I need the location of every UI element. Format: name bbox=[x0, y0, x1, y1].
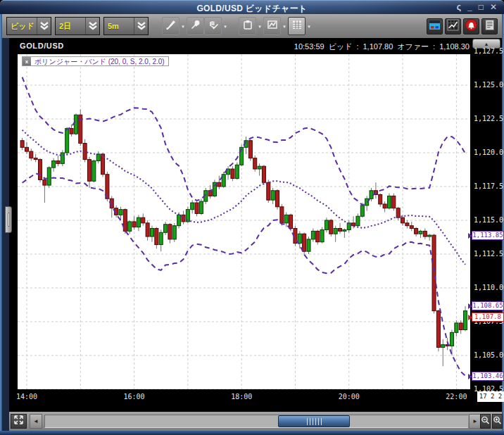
trendline-dropdown-arrow-icon[interactable]: ▾ bbox=[179, 17, 187, 35]
side-panel-handle[interactable] bbox=[5, 206, 12, 233]
candle-up bbox=[455, 323, 458, 332]
pin-annotation-button[interactable] bbox=[187, 17, 204, 35]
candle-up bbox=[128, 222, 132, 231]
candle-down bbox=[329, 220, 333, 234]
zoom-in-button[interactable] bbox=[492, 414, 503, 429]
scroll-left-button[interactable]: ◄ bbox=[30, 414, 42, 429]
grid-dropdown-arrow-icon[interactable]: ▾ bbox=[305, 17, 313, 35]
marker-arrow-icon bbox=[468, 374, 472, 379]
candle-down bbox=[25, 147, 28, 151]
candle-up bbox=[137, 218, 140, 227]
period-dropdown[interactable]: 2日 bbox=[55, 17, 100, 35]
bid-label: ビッド bbox=[329, 42, 353, 51]
app-window: GOLD/USD ビッドチャート ς _ □ ✕ ビッド 2日 5m bbox=[0, 0, 504, 435]
news-document-icon bbox=[483, 18, 496, 34]
bollinger-middle-band bbox=[23, 130, 465, 265]
chart-style-button[interactable] bbox=[263, 17, 281, 35]
zoom-out-button[interactable] bbox=[480, 414, 491, 429]
candle-up bbox=[298, 234, 301, 243]
fit-chart-button[interactable] bbox=[11, 414, 27, 429]
candle-up bbox=[356, 216, 360, 225]
chart-style-icon bbox=[267, 19, 278, 33]
candle-up bbox=[325, 220, 328, 229]
maximize-icon[interactable]: □ bbox=[479, 2, 484, 13]
y-axis-label: 1,127.50 bbox=[474, 46, 503, 56]
grid-icon bbox=[291, 19, 303, 33]
candle-down bbox=[423, 231, 427, 237]
y-axis-label: 1,110.00 bbox=[474, 283, 503, 293]
candle-up bbox=[164, 225, 168, 233]
candle-down bbox=[432, 235, 436, 311]
candle-down bbox=[339, 229, 342, 232]
scrollbar-row: ◄ ► bbox=[9, 412, 502, 431]
price-type-dropdown[interactable]: ビッド bbox=[6, 17, 51, 35]
new-chart-button[interactable] bbox=[445, 18, 461, 34]
candle-down bbox=[459, 323, 462, 330]
trendline-tool-button[interactable] bbox=[162, 17, 179, 35]
y-axis-label: 1,112.50 bbox=[474, 249, 503, 259]
erase-drawing-button[interactable] bbox=[204, 17, 222, 35]
candle-up bbox=[235, 165, 239, 178]
x-axis-label: 16:00 bbox=[119, 393, 150, 403]
candle-down bbox=[352, 223, 355, 226]
candle-down bbox=[87, 160, 91, 182]
y-axis-label: 1,125.00 bbox=[474, 80, 503, 90]
trendline-icon bbox=[165, 19, 177, 33]
candle-down bbox=[436, 311, 440, 348]
close-icon[interactable]: ✕ bbox=[490, 2, 497, 13]
candle-down bbox=[56, 161, 60, 164]
chart-style-dropdown-arrow-icon[interactable]: ▾ bbox=[281, 17, 288, 35]
pin-icon[interactable]: ς bbox=[457, 2, 461, 13]
candle-up bbox=[311, 231, 315, 239]
candle-down bbox=[392, 196, 396, 208]
candle-down bbox=[267, 182, 270, 200]
clipboard-dropdown-arrow-icon[interactable]: ▾ bbox=[256, 17, 263, 35]
chevron-down-icon bbox=[85, 18, 99, 34]
candle-down bbox=[248, 141, 252, 158]
bid-value: 1,107.80 bbox=[363, 42, 393, 51]
candle-down bbox=[146, 223, 149, 237]
candle-up bbox=[450, 332, 453, 346]
candle-up bbox=[464, 311, 467, 330]
candle-down bbox=[253, 158, 257, 169]
band-price-marker: 1,108.65 bbox=[472, 301, 504, 310]
candle-up bbox=[307, 239, 310, 251]
legend-close-icon[interactable]: x bbox=[23, 57, 31, 65]
chevron-down-icon bbox=[134, 18, 148, 34]
candle-down bbox=[405, 223, 409, 226]
side-panel-handle-slot bbox=[8, 213, 10, 227]
band-price-marker: 1,103.46 bbox=[472, 372, 504, 381]
candle-up bbox=[92, 161, 96, 182]
rate-panel-button[interactable] bbox=[427, 18, 443, 34]
candle-down bbox=[141, 218, 145, 223]
marker-arrow-icon bbox=[468, 303, 472, 309]
price-plot[interactable]: x ボリンジャー・バンド (20, 0, S, 2.0, 2.0) bbox=[18, 54, 470, 389]
marker-arrow-icon bbox=[468, 233, 472, 239]
window-frame-bottom bbox=[0, 431, 504, 435]
clipboard-button[interactable] bbox=[239, 17, 256, 35]
minimize-icon[interactable]: _ bbox=[467, 2, 472, 13]
bollinger-lower-band bbox=[23, 173, 465, 375]
price-type-label: ビッド bbox=[7, 18, 37, 34]
scrollbar-track[interactable] bbox=[44, 415, 468, 428]
candle-down bbox=[415, 229, 418, 234]
candle-down bbox=[155, 229, 158, 245]
candle-up bbox=[172, 226, 176, 239]
erase-dropdown-arrow-icon[interactable]: ▾ bbox=[222, 17, 229, 35]
candle-down bbox=[262, 166, 265, 182]
chart-header: GOLD/USD 10:53:59ビッド:1,107.80オファー:1,108.… bbox=[9, 38, 502, 54]
candle-up bbox=[387, 196, 391, 208]
legend-text: ボリンジャー・バンド (20, 0, S, 2.0, 2.0) bbox=[31, 57, 168, 65]
side-panel-strip bbox=[2, 38, 9, 431]
grid-button[interactable] bbox=[288, 17, 305, 35]
alert-button[interactable] bbox=[463, 18, 479, 34]
candle-up bbox=[271, 191, 275, 200]
interval-dropdown[interactable]: 5m bbox=[103, 17, 149, 35]
candle-down bbox=[410, 226, 413, 229]
plot-canvas bbox=[18, 54, 470, 389]
title-bar[interactable]: GOLD/USD ビッドチャート ς _ □ ✕ bbox=[0, 0, 504, 14]
scrollbar-thumb[interactable] bbox=[278, 415, 350, 427]
candle-down bbox=[280, 207, 284, 223]
candle-down bbox=[231, 169, 234, 178]
news-button[interactable] bbox=[481, 18, 498, 34]
